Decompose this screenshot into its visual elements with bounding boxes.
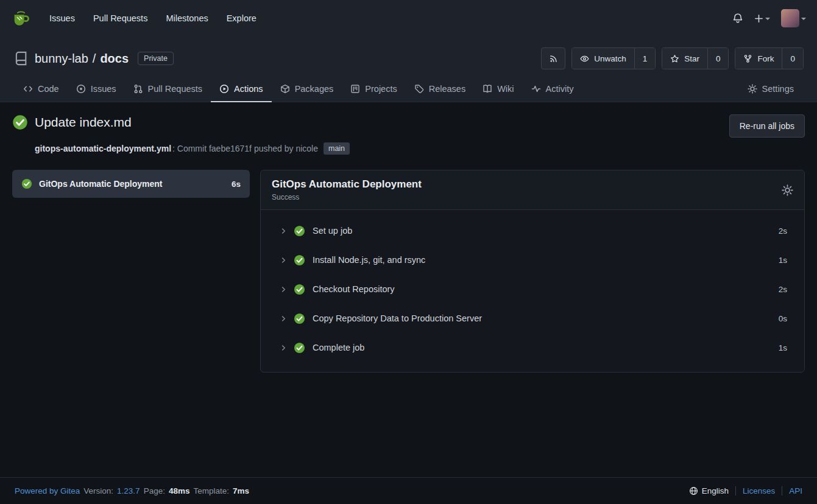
stars-count[interactable]: 0 xyxy=(707,48,729,69)
code-icon xyxy=(23,84,33,94)
step-row[interactable]: Checkout Repository 2s xyxy=(261,275,804,304)
run-title-row: Update index.md xyxy=(12,114,132,130)
step-duration: 2s xyxy=(779,226,787,236)
actions-icon xyxy=(219,84,229,94)
nav-pull-requests[interactable]: Pull Requests xyxy=(84,0,157,37)
job-detail-header: GitOps Automatic Deployment Success xyxy=(261,170,804,210)
repo-header: bunny-lab / docs Private xyxy=(0,37,817,102)
step-row[interactable]: Install Node.js, git, and rsync 1s xyxy=(261,245,804,275)
commit-info-text: : Commit faebe1671f pushed by nicole xyxy=(172,144,318,153)
repo-icon xyxy=(13,51,29,66)
tab-packages[interactable]: Packages xyxy=(272,77,342,102)
chevron-right-icon xyxy=(280,344,288,352)
pulse-icon xyxy=(531,84,541,94)
tab-projects[interactable]: Projects xyxy=(342,77,405,102)
tab-settings[interactable]: Settings xyxy=(739,77,802,102)
footer-left: Powered by Gitea Version: 1.23.7 Page: 4… xyxy=(15,486,249,495)
bell-icon xyxy=(732,13,743,24)
tab-activity[interactable]: Activity xyxy=(523,77,582,102)
step-row[interactable]: Copy Repository Data to Production Serve… xyxy=(261,304,804,333)
template-time-label: Template: xyxy=(193,486,229,495)
nav-explore[interactable]: Explore xyxy=(218,0,266,37)
rss-icon xyxy=(549,54,558,63)
rerun-all-jobs-button[interactable]: Re-run all jobs xyxy=(729,114,805,138)
workflow-file-name[interactable]: gitops-automatic-deployment.yml xyxy=(35,144,171,153)
forks-count[interactable]: 0 xyxy=(782,48,803,69)
job-list-item-selected[interactable]: GitOps Automatic Deployment 6s xyxy=(12,170,250,198)
footer-divider xyxy=(782,486,782,495)
tab-label: Activity xyxy=(546,84,574,94)
plus-icon xyxy=(754,14,763,23)
user-avatar xyxy=(781,9,799,27)
tab-label: Actions xyxy=(234,84,263,94)
footer-divider xyxy=(735,486,736,495)
job-detail-card: GitOps Automatic Deployment Success xyxy=(260,170,805,373)
tab-label: Settings xyxy=(762,84,794,94)
package-icon xyxy=(280,84,290,94)
run-success-check-circle-icon xyxy=(12,114,28,130)
job-name: GitOps Automatic Deployment xyxy=(39,179,163,189)
repo-owner-link[interactable]: bunny-lab xyxy=(35,52,88,66)
step-row[interactable]: Set up job 2s xyxy=(261,216,804,245)
tab-code[interactable]: Code xyxy=(15,77,68,102)
job-options-button[interactable] xyxy=(782,184,793,196)
tab-label: Pull Requests xyxy=(148,84,202,94)
version-link[interactable]: 1.23.7 xyxy=(117,486,140,495)
api-link[interactable]: API xyxy=(789,486,802,495)
step-name: Complete job xyxy=(313,343,364,352)
book-icon xyxy=(483,84,492,94)
step-list: Set up job 2s Install Node.js, git, and … xyxy=(261,210,804,372)
step-row[interactable]: Complete job 1s xyxy=(261,333,804,362)
step-duration: 0s xyxy=(779,314,787,323)
check-circle-icon xyxy=(294,342,305,354)
tab-issues[interactable]: Issues xyxy=(68,77,125,102)
job-detail-titles: GitOps Automatic Deployment Success xyxy=(272,178,422,201)
job-list: GitOps Automatic Deployment 6s xyxy=(12,170,250,373)
tab-label: Issues xyxy=(91,84,116,94)
fork-button[interactable]: Fork xyxy=(735,48,782,69)
actions-run-page: Update index.md Re-run all jobs gitops-a… xyxy=(0,102,817,373)
nav-issues[interactable]: Issues xyxy=(40,0,84,37)
step-name: Checkout Repository xyxy=(313,284,395,294)
powered-by-gitea-link[interactable]: Powered by Gitea xyxy=(15,486,80,495)
tab-label: Wiki xyxy=(497,84,514,94)
check-circle-icon xyxy=(294,225,305,237)
gitea-logo-icon xyxy=(11,8,32,29)
pull-request-icon xyxy=(133,84,143,94)
rss-feed-button[interactable] xyxy=(541,47,565,69)
user-menu-button[interactable] xyxy=(781,9,806,27)
version-label: Version: xyxy=(83,486,113,495)
language-selector[interactable]: English xyxy=(689,486,729,495)
create-new-button[interactable] xyxy=(754,14,770,23)
page-time-value: 48ms xyxy=(169,486,190,495)
chevron-down-icon xyxy=(765,18,770,23)
chevron-right-icon xyxy=(280,285,288,293)
project-icon xyxy=(350,84,360,94)
settings-icon xyxy=(748,84,757,94)
repo-name-link[interactable]: docs xyxy=(100,52,129,66)
navbar-right xyxy=(732,9,806,27)
language-label: English xyxy=(702,486,729,495)
notifications-button[interactable] xyxy=(732,13,743,24)
repo-action-buttons: Unwatch 1 Star 0 xyxy=(541,47,804,69)
check-circle-icon xyxy=(294,254,305,266)
step-name: Copy Repository Data to Production Serve… xyxy=(313,313,482,323)
fork-button-group: Fork 0 xyxy=(735,47,804,69)
issue-icon xyxy=(76,84,86,94)
star-icon xyxy=(670,54,679,63)
run-body: GitOps Automatic Deployment 6s GitOps Au… xyxy=(12,170,805,373)
tab-wiki[interactable]: Wiki xyxy=(474,77,522,102)
repo-title-row: bunny-lab / docs Private xyxy=(13,46,804,71)
licenses-link[interactable]: Licenses xyxy=(743,486,775,495)
star-button[interactable]: Star xyxy=(662,48,707,69)
home-link[interactable] xyxy=(11,8,32,29)
tab-releases[interactable]: Releases xyxy=(406,77,474,102)
unwatch-button[interactable]: Unwatch xyxy=(572,48,634,69)
watchers-count[interactable]: 1 xyxy=(634,48,656,69)
nav-milestones[interactable]: Milestones xyxy=(157,0,217,37)
tab-actions[interactable]: Actions xyxy=(211,77,272,102)
tab-pull-requests[interactable]: Pull Requests xyxy=(125,77,211,102)
branch-badge[interactable]: main xyxy=(324,142,350,155)
step-duration: 1s xyxy=(779,256,787,265)
step-duration: 1s xyxy=(779,343,787,352)
